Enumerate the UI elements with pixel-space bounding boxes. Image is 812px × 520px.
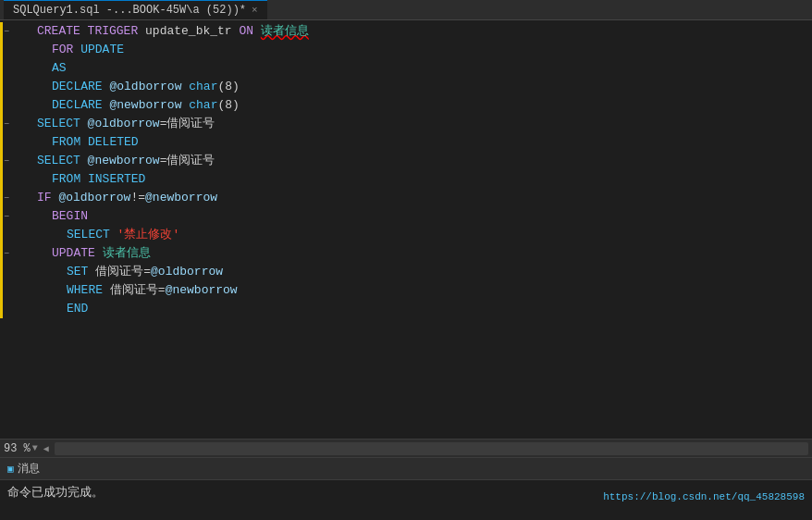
code-line: AS — [37, 59, 808, 78]
token: (8) — [217, 78, 239, 96]
gutter-row — [0, 263, 33, 281]
token: DELETED — [88, 133, 139, 152]
token: CREATE TRIGGER — [37, 22, 145, 41]
code-line: END — [37, 300, 808, 318]
token: FROM — [52, 170, 88, 189]
messages-tab[interactable]: ▣ 消息 — [0, 458, 812, 480]
code-line: UPDATE 读者信息 — [37, 244, 808, 263]
gutter-row — [0, 41, 33, 59]
token: 借阅证号 — [110, 281, 158, 300]
token: WHERE — [67, 281, 110, 300]
footer-link[interactable]: https://blog.csdn.net/qq_45828598 — [603, 491, 805, 502]
token: char — [189, 78, 217, 96]
messages-tab-icon: ▣ — [7, 463, 14, 475]
token: IF — [37, 189, 58, 207]
token: = — [143, 263, 151, 281]
code-line: DECLARE @oldborrow char(8) — [37, 78, 808, 96]
code-line: DECLARE @newborrow char(8) — [37, 96, 808, 115]
code-line — [37, 318, 808, 337]
token: SELECT — [37, 115, 88, 133]
token: ON — [239, 22, 260, 41]
token: UPDATE — [80, 41, 124, 59]
tab-close-button[interactable]: × — [252, 5, 258, 16]
gutter-row — [0, 226, 33, 244]
code-line: FROM INSERTED — [37, 170, 808, 189]
fold-button[interactable]: − — [2, 156, 11, 167]
scrollbar-area: 93 % ▼ ◀ — [0, 439, 812, 457]
token: SET — [67, 263, 95, 281]
scroll-left-arrow[interactable]: ◀ — [42, 443, 51, 454]
gutter-row: − — [0, 22, 33, 41]
token: char — [189, 96, 217, 115]
gutter-row — [0, 78, 33, 96]
code-line: SET 借阅证号=@oldborrow — [37, 263, 808, 281]
editor-tab[interactable]: SQLQuery1.sql -...BOOK-45W\a (52))* × — [4, 0, 267, 19]
gutter-row: − — [0, 244, 33, 263]
zoom-control[interactable]: 93 % ▼ — [0, 442, 42, 455]
token: @newborrow — [88, 152, 160, 170]
token: FOR — [52, 41, 80, 59]
messages-content: 命令已成功完成。 https://blog.csdn.net/qq_458285… — [0, 480, 812, 506]
token: 读者信息 — [261, 22, 309, 41]
gutter-row — [0, 96, 33, 115]
token: DECLARE — [52, 96, 109, 115]
tab-label: SQLQuery1.sql -...BOOK-45W\a (52))* — [13, 4, 246, 17]
line-gutter: −−−−−− — [0, 20, 33, 439]
gutter-row — [0, 133, 33, 152]
code-line: FROM DELETED — [37, 133, 808, 152]
messages-tab-label: 消息 — [18, 461, 40, 477]
token: @newborrow — [109, 96, 189, 115]
code-editor: −−−−−− CREATE TRIGGER update_bk_tr ON 读者… — [0, 20, 812, 439]
code-line: SELECT @newborrow=借阅证号 — [37, 152, 808, 170]
fold-button[interactable]: − — [2, 119, 11, 130]
token: END — [67, 300, 88, 318]
code-line: SELECT @oldborrow=借阅证号 — [37, 115, 808, 133]
token: SELECT — [67, 226, 117, 244]
token: @newborrow — [145, 189, 217, 207]
token: @oldborrow — [88, 115, 160, 133]
token: 读者信息 — [103, 244, 151, 263]
gutter-row: − — [0, 152, 33, 170]
gutter-row: − — [0, 115, 33, 133]
gutter-row — [0, 281, 33, 300]
code-line: BEGIN — [37, 207, 808, 226]
code-line: SELECT '禁止修改' — [37, 226, 808, 244]
zoom-arrow[interactable]: ▼ — [32, 443, 38, 453]
zoom-label: 93 % — [4, 442, 31, 455]
token: @oldborrow — [58, 189, 130, 207]
token: @oldborrow — [109, 78, 189, 96]
token: AS — [52, 59, 67, 78]
token: FROM — [52, 133, 88, 152]
gutter-row: − — [0, 207, 33, 226]
token: =借阅证号 — [160, 152, 215, 170]
fold-button[interactable]: − — [2, 27, 11, 37]
token: DECLARE — [52, 78, 109, 96]
token: (8) — [217, 96, 239, 115]
token: INSERTED — [88, 170, 145, 189]
code-line: IF @oldborrow!=@newborrow — [37, 189, 808, 207]
token: BEGIN — [52, 207, 88, 226]
code-line: WHERE 借阅证号=@newborrow — [37, 281, 808, 300]
gutter-row — [0, 318, 33, 337]
gutter-row — [0, 170, 33, 189]
token: @newborrow — [166, 281, 238, 300]
token: SELECT — [37, 152, 88, 170]
code-line: CREATE TRIGGER update_bk_tr ON 读者信息 — [37, 22, 808, 41]
messages-panel: ▣ 消息 命令已成功完成。 https://blog.csdn.net/qq_4… — [0, 457, 812, 520]
gutter-row: − — [0, 189, 33, 207]
token: =借阅证号 — [160, 115, 215, 133]
token: @oldborrow — [151, 263, 223, 281]
fold-button[interactable]: − — [2, 249, 11, 259]
fold-button[interactable]: − — [2, 193, 11, 204]
token: '禁止修改' — [117, 226, 180, 244]
horizontal-scrollbar[interactable] — [55, 442, 808, 455]
fold-button[interactable]: − — [2, 212, 11, 222]
gutter-row — [0, 300, 33, 318]
code-line: FOR UPDATE — [37, 41, 808, 59]
token: update_bk_tr — [145, 22, 239, 41]
token: 借阅证号 — [95, 263, 143, 281]
token: != — [130, 189, 145, 207]
title-bar: SQLQuery1.sql -...BOOK-45W\a (52))* × — [0, 0, 812, 20]
token: UPDATE — [52, 244, 103, 263]
code-content[interactable]: CREATE TRIGGER update_bk_tr ON 读者信息FOR U… — [33, 20, 812, 439]
